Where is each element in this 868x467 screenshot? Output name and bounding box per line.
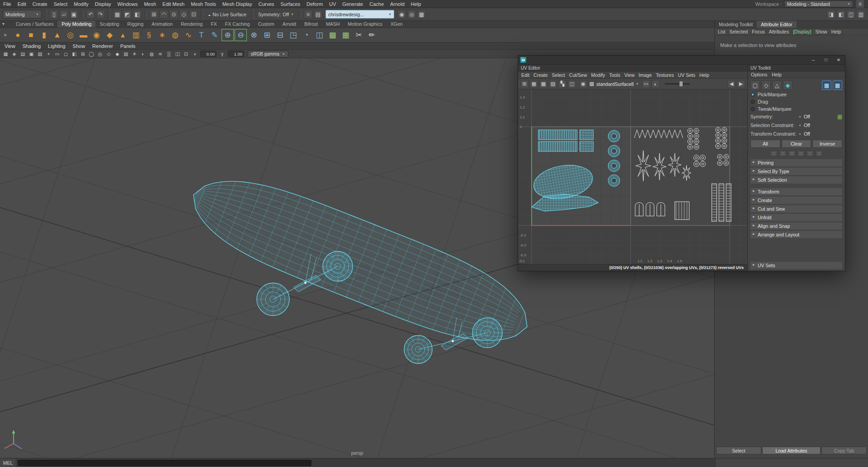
menu-item[interactable]: Mesh Tools [188,0,219,8]
tool-settings-toggle-icon[interactable]: ◧ [837,10,845,19]
close-button[interactable]: ✕ [832,56,845,65]
attribute-editor-menu-item[interactable]: Attributes [769,29,789,34]
uv-toolkit-menu-item[interactable]: Options [751,72,767,77]
select-button[interactable]: Select [716,447,761,454]
uv-grab-tool-icon[interactable]: ▦ [822,80,831,90]
menu-item[interactable]: Edit [14,0,29,8]
menu-item[interactable]: Mesh [141,0,159,8]
lock-camera-icon[interactable]: ◈ [10,51,18,57]
render-settings-icon[interactable]: ▩ [417,10,426,19]
menu-item[interactable]: Edit Mesh [159,0,188,8]
shelf-tab[interactable]: MASH [322,20,344,28]
uv-distortion-icon[interactable]: ▨ [549,80,557,88]
poly-cylinder-icon[interactable]: ▮ [38,29,50,41]
resolution-gate-icon[interactable]: ◻ [62,51,70,57]
poly-platonic-icon[interactable]: ◆ [104,29,116,41]
toolkit-section[interactable]: Select By Type [750,168,842,175]
uv-editor-menu-item[interactable]: Edit [521,72,529,78]
toolbar-separator[interactable] [81,9,84,19]
uv-editor-menu-item[interactable]: Create [533,72,548,78]
toolbar-separator[interactable] [298,9,301,19]
ambient-occlusion-icon[interactable]: ◍ [148,51,156,57]
bookmarks-icon[interactable]: ▣ [28,51,35,57]
uv-editor-menu-item[interactable]: Tools [609,72,620,78]
viewport-menu-item[interactable]: Lighting [48,43,66,49]
ipr-render-icon[interactable]: ◎ [407,10,416,19]
snap-point-icon[interactable]: ⊙ [170,10,178,19]
shelf-tab[interactable]: Motion Graphics [344,20,386,28]
transform-constraint-row[interactable]: Transform Constraint: ▼ Off [750,130,842,137]
poly-gear-icon[interactable]: ∗ [156,29,168,41]
convert-to-face-icon[interactable]: ∷ [806,150,814,157]
convert-to-border-icon[interactable]: ∷ [815,150,823,157]
two-d-pan-zoom-icon[interactable]: + [45,51,52,57]
toolkit-section[interactable]: Soft Selection [750,176,842,184]
image-dim-slider[interactable] [665,83,690,85]
menu-item[interactable]: Generate [339,0,366,8]
poly-sphere-icon[interactable]: ● [12,29,24,41]
uv-shell-icon[interactable]: ▦ [530,80,538,88]
uv-borders-icon[interactable]: ▩ [539,80,547,88]
shelf-tab[interactable]: Arnold [278,20,300,28]
xray-icon[interactable]: ◫ [174,51,181,57]
attribute-editor-menu-item[interactable]: Help [831,29,841,34]
render-icon[interactable]: ◉ [397,10,406,19]
menu-item[interactable]: Surfaces [278,0,303,8]
symmetry-grid-icon[interactable]: ▦ [837,113,842,120]
uv-move-tool-icon[interactable]: ◇ [761,80,771,90]
redo-icon[interactable]: ↷ [96,10,105,19]
menu-set-selector[interactable]: Modeling▼ [3,10,42,19]
uv-grid-icon[interactable]: ⊞ [520,80,528,88]
motion-blur-icon[interactable]: ≋ [156,51,164,57]
convert-to-edge-icon[interactable]: ∷ [797,150,805,157]
attribute-editor-menu-item[interactable]: Focus [752,29,765,34]
save-scene-icon[interactable]: ▣ [70,10,78,19]
uv-image-ratio-icon[interactable]: ▭ [642,80,650,88]
uv-editor-menu-item[interactable]: Help [699,72,709,78]
select-hierarchy-icon[interactable]: ▦ [113,10,122,19]
shelf-tab[interactable]: Rendering [177,20,207,28]
poly-torus-icon[interactable]: ◎ [64,29,76,41]
safe-title-icon[interactable]: ◎ [96,51,104,57]
shelf-tab[interactable]: Custom [254,20,278,28]
shelf-tab[interactable]: Bifrost [300,20,322,28]
multi-cut-icon[interactable]: ✂ [353,29,365,41]
viewport-menu-item[interactable]: Shading [23,43,41,49]
uv-editor-menu-item[interactable]: Textures [656,72,674,78]
toolkit-section[interactable]: Align and Snap [750,222,842,230]
menu-item[interactable]: Modify [71,0,91,8]
isolate-select-icon[interactable]: ⊡ [182,51,190,57]
toolbar-separator[interactable] [201,9,203,19]
workspace-menu-icon[interactable]: ≡ [856,0,864,8]
toolkit-section[interactable]: Create [750,197,842,204]
multisample-icon[interactable]: ▒ [165,51,173,57]
poly-cone-icon[interactable]: ▲ [51,29,63,41]
shelf-tab[interactable]: Poly Modeling [57,20,95,28]
slider-handle[interactable] [679,81,683,86]
separate-icon[interactable]: ⊟ [274,29,286,41]
uv-editor-menu-item[interactable]: Image [639,72,652,78]
snap-view-icon[interactable]: ⊡ [189,10,198,19]
menu-item[interactable]: Curves [255,0,278,8]
poly-cube-icon[interactable]: ■ [25,29,37,41]
gate-mask-icon[interactable]: ◧ [71,51,78,57]
menu-item[interactable]: Display [92,0,114,8]
selection-button[interactable]: Clear [782,140,811,148]
snap-plane-icon[interactable]: ◇ [179,10,188,19]
menu-item[interactable]: Mesh Display [219,0,255,8]
convert-to-uv-icon[interactable]: ∷ [770,150,778,157]
viewport-menu-item[interactable]: Show [73,43,85,49]
toolkit-section[interactable]: Cut and Sew [750,205,842,212]
menu-item[interactable]: Windows [114,0,141,8]
menu-item[interactable]: Create [29,0,51,8]
gamma-field[interactable]: 1.00 [228,51,244,57]
uv-sets-section[interactable]: UV Sets [750,262,842,269]
menu-item[interactable]: Cache [366,0,387,8]
field-chart-icon[interactable]: ⊞ [79,51,87,57]
poly-helix-icon[interactable]: § [143,29,155,41]
viewport-menu-item[interactable]: View [5,43,15,49]
boolean-difference-icon[interactable]: ⊖ [235,29,247,41]
uv-symmetrize-tool-icon[interactable]: ◆ [783,80,793,90]
operations-list-icon[interactable]: ▤ [314,10,322,19]
selection-mode-radio[interactable]: Tweak/Marquee [750,106,842,112]
